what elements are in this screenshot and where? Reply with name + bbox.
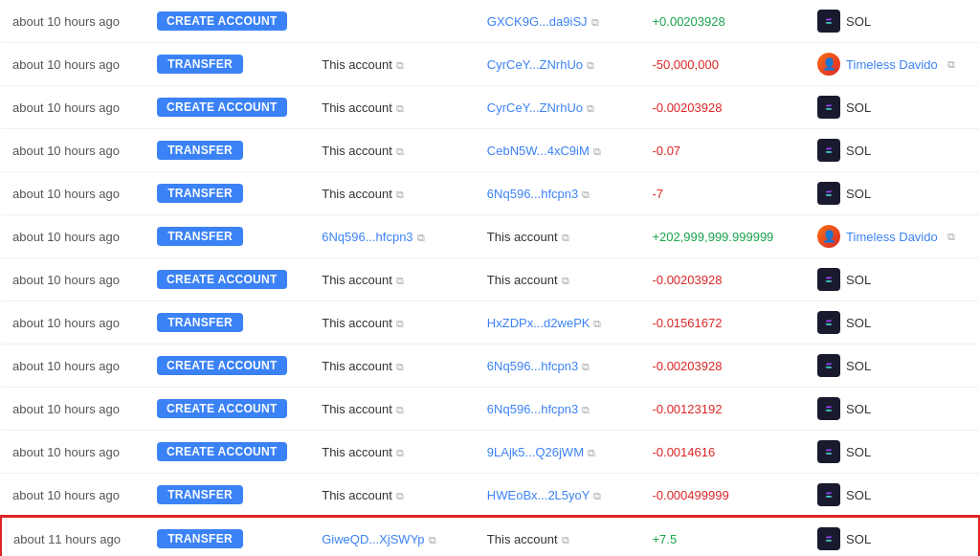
badge-cell[interactable]: TRANSFER xyxy=(145,517,310,556)
badge-cell[interactable]: TRANSFER xyxy=(145,215,310,258)
to-address[interactable]: HxZDPx...d2wePK xyxy=(487,316,590,330)
token-cell: 👤Timeless Davido ⧉ xyxy=(806,215,979,258)
copy-icon[interactable]: ⧉ xyxy=(396,275,404,287)
token-name[interactable]: Timeless Davido xyxy=(846,230,938,244)
from-cell: This account ⧉ xyxy=(310,388,476,431)
copy-icon[interactable]: ⧉ xyxy=(396,490,404,502)
time-cell: about 10 hours ago xyxy=(1,0,145,43)
token-cell: 👤Timeless Davido ⧉ xyxy=(806,43,979,86)
copy-icon[interactable]: ⧉ xyxy=(591,16,599,29)
avatar: 👤 xyxy=(817,225,840,248)
badge-cell[interactable]: CREATE ACCOUNT xyxy=(145,258,310,301)
to-address[interactable]: CyrCeY...ZNrhUo xyxy=(487,57,583,72)
copy-icon[interactable]: ⧉ xyxy=(396,102,404,115)
from-cell: 6Nq596...hfcpn3 ⧉ xyxy=(310,215,476,258)
copy-icon[interactable]: ⧉ xyxy=(396,318,404,330)
svg-rect-8 xyxy=(822,445,835,458)
time-cell: about 10 hours ago xyxy=(1,86,145,129)
from-cell: This account ⧉ xyxy=(310,43,476,86)
transaction-type-badge: CREATE ACCOUNT xyxy=(157,11,287,31)
copy-icon[interactable]: ⧉ xyxy=(396,189,404,201)
to-address[interactable]: CyrCeY...ZNrhUo xyxy=(487,100,583,115)
badge-cell[interactable]: CREATE ACCOUNT xyxy=(145,431,310,474)
token-name: SOL xyxy=(846,100,871,115)
copy-icon[interactable]: ⧉ xyxy=(587,59,594,72)
amount-cell: -7 xyxy=(640,172,806,215)
badge-cell[interactable]: TRANSFER xyxy=(145,474,310,518)
copy-icon[interactable]: ⧉ xyxy=(593,318,601,330)
copy-icon[interactable]: ⧉ xyxy=(593,490,601,502)
table-row: about 10 hours agoTRANSFERThis account ⧉… xyxy=(1,172,979,215)
from-address[interactable]: 6Nq596...hfcpn3 xyxy=(322,230,412,244)
copy-icon[interactable]: ⧉ xyxy=(582,361,590,373)
sol-icon xyxy=(817,483,840,506)
table-row: about 10 hours agoTRANSFER6Nq596...hfcpn… xyxy=(1,215,979,258)
transaction-type-badge: CREATE ACCOUNT xyxy=(157,356,287,375)
token-cell: SOL xyxy=(806,431,979,474)
to-cell: 6Nq596...hfcpn3 ⧉ xyxy=(476,172,641,215)
to-address[interactable]: 6Nq596...hfcpn3 xyxy=(487,359,578,373)
to-address[interactable]: HWEoBx...2L5yoY xyxy=(487,488,590,502)
copy-icon[interactable]: ⧉ xyxy=(562,232,569,244)
to-cell: CyrCeY...ZNrhUo ⧉ xyxy=(476,43,641,86)
to-address[interactable]: 6Nq596...hfcpn3 xyxy=(487,187,578,201)
svg-rect-5 xyxy=(822,316,835,329)
badge-cell[interactable]: TRANSFER xyxy=(145,301,310,345)
to-address[interactable]: GXCK9G...da9iSJ xyxy=(487,14,588,29)
amount-cell: +7.5 xyxy=(640,517,806,556)
token-name: SOL xyxy=(846,359,871,373)
svg-rect-9 xyxy=(822,488,835,501)
to-cell: 9LAjk5...Q26jWM ⧉ xyxy=(476,431,641,474)
sol-icon xyxy=(817,354,840,377)
transaction-type-badge: TRANSFER xyxy=(157,141,243,160)
copy-icon[interactable]: ⧉ xyxy=(947,231,955,243)
badge-cell[interactable]: CREATE ACCOUNT xyxy=(145,388,310,431)
badge-cell[interactable]: TRANSFER xyxy=(145,43,310,86)
badge-cell[interactable]: CREATE ACCOUNT xyxy=(145,0,310,43)
copy-icon[interactable]: ⧉ xyxy=(562,534,569,546)
amount-cell: -0.0014616 xyxy=(640,431,806,474)
to-address: This account xyxy=(487,532,558,546)
token-name: SOL xyxy=(846,187,871,201)
copy-icon[interactable]: ⧉ xyxy=(417,232,425,244)
badge-cell[interactable]: CREATE ACCOUNT xyxy=(145,86,310,129)
from-address: This account xyxy=(322,316,392,330)
copy-icon[interactable]: ⧉ xyxy=(396,404,404,416)
copy-icon[interactable]: ⧉ xyxy=(396,361,404,373)
badge-cell[interactable]: TRANSFER xyxy=(145,129,310,172)
token-name: SOL xyxy=(846,488,871,502)
copy-icon[interactable]: ⧉ xyxy=(396,145,404,158)
copy-icon[interactable]: ⧉ xyxy=(582,189,590,201)
from-address: This account xyxy=(322,273,392,287)
copy-icon[interactable]: ⧉ xyxy=(593,145,601,158)
token-name: SOL xyxy=(846,316,871,330)
to-address[interactable]: 6Nq596...hfcpn3 xyxy=(487,402,578,416)
token-name[interactable]: Timeless Davido xyxy=(846,57,938,72)
from-address: This account xyxy=(322,100,392,115)
badge-cell[interactable]: TRANSFER xyxy=(145,172,310,215)
amount-cell: -0.00123192 xyxy=(640,388,806,431)
from-address: This account xyxy=(322,445,392,459)
to-cell: 6Nq596...hfcpn3 ⧉ xyxy=(476,388,641,431)
copy-icon[interactable]: ⧉ xyxy=(587,102,594,115)
copy-icon[interactable]: ⧉ xyxy=(396,59,404,72)
token-cell: SOL xyxy=(806,129,979,172)
copy-icon[interactable]: ⧉ xyxy=(582,404,590,416)
from-cell: This account ⧉ xyxy=(310,172,476,215)
copy-icon[interactable]: ⧉ xyxy=(396,447,404,459)
from-address: This account xyxy=(322,488,392,502)
from-cell: This account ⧉ xyxy=(310,301,476,345)
copy-icon[interactable]: ⧉ xyxy=(588,447,595,459)
copy-icon[interactable]: ⧉ xyxy=(947,58,955,71)
table-row: about 10 hours agoTRANSFERThis account ⧉… xyxy=(1,43,979,86)
copy-icon[interactable]: ⧉ xyxy=(429,534,436,546)
sol-icon xyxy=(817,440,840,463)
from-address[interactable]: GiweQD...XjSWYp xyxy=(322,532,424,546)
to-address[interactable]: 9LAjk5...Q26jWM xyxy=(487,445,584,459)
to-address[interactable]: CebN5W...4xC9iM xyxy=(487,144,590,158)
to-cell: HWEoBx...2L5yoY ⧉ xyxy=(476,474,641,518)
from-address: This account xyxy=(322,57,392,72)
badge-cell[interactable]: CREATE ACCOUNT xyxy=(145,345,310,388)
copy-icon[interactable]: ⧉ xyxy=(562,275,569,287)
token-cell: SOL xyxy=(806,517,979,556)
